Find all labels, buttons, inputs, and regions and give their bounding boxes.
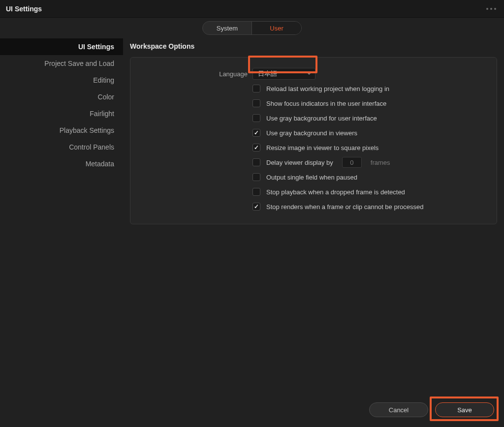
checkbox[interactable] <box>252 203 260 211</box>
chevron-down-icon <box>307 72 311 76</box>
option-row: Output single field when paused <box>142 170 485 184</box>
sidebar-item-color[interactable]: Color <box>0 89 123 105</box>
sidebar-item-fairlight[interactable]: Fairlight <box>0 105 123 122</box>
sidebar: UI SettingsProject Save and LoadEditingC… <box>0 38 123 393</box>
checkbox[interactable] <box>252 114 260 122</box>
option-row: Use gray background for user interface <box>142 111 485 125</box>
language-value: 日本語 <box>258 69 277 78</box>
workspace-options-panel: Language 日本語 Reload last working project… <box>130 57 497 224</box>
sidebar-item-playback-settings[interactable]: Playback Settings <box>0 122 123 139</box>
checkbox[interactable] <box>252 188 260 196</box>
delay-unit: frames <box>371 159 390 166</box>
titlebar: UI Settings <box>0 0 504 18</box>
sidebar-item-metadata[interactable]: Metadata <box>0 155 123 172</box>
option-label: Reload last working project when logging… <box>266 85 389 92</box>
tabbar: System User <box>0 18 504 38</box>
option-row: Use gray background in viewers <box>142 125 485 140</box>
option-row: Stop playback when a dropped frame is de… <box>142 184 485 199</box>
option-row: Resize image in viewer to square pixels <box>142 140 485 155</box>
checkbox[interactable] <box>252 144 260 152</box>
cancel-button[interactable]: Cancel <box>369 402 428 417</box>
option-label: Stop playback when a dropped frame is de… <box>266 188 405 196</box>
footer: Cancel Save <box>0 393 504 427</box>
content: Workspace Options Language 日本語 Reload la… <box>123 38 504 393</box>
option-label: Delay viewer display by <box>266 159 333 166</box>
window-title: UI Settings <box>6 5 42 13</box>
section-title: Workspace Options <box>130 38 504 57</box>
save-button[interactable]: Save <box>435 402 494 417</box>
checkbox[interactable] <box>252 158 260 166</box>
sidebar-item-editing[interactable]: Editing <box>0 72 123 89</box>
sidebar-item-control-panels[interactable]: Control Panels <box>0 139 123 155</box>
tab-user[interactable]: User <box>252 22 301 34</box>
option-label: Use gray background for user interface <box>266 115 377 122</box>
option-label: Resize image in viewer to square pixels <box>266 144 378 152</box>
sidebar-item-project-save-and-load[interactable]: Project Save and Load <box>0 55 123 72</box>
tab-system[interactable]: System <box>203 22 252 34</box>
option-label: Output single field when paused <box>266 174 357 181</box>
checkbox[interactable] <box>252 85 260 92</box>
option-row: Delay viewer display byframes <box>142 155 485 170</box>
option-row: Reload last working project when logging… <box>142 81 485 96</box>
tab-group: System User <box>202 21 302 35</box>
option-label: Use gray background in viewers <box>266 129 357 137</box>
option-label: Show focus indicators in the user interf… <box>266 100 386 107</box>
option-row: Stop renders when a frame or clip cannot… <box>142 199 485 214</box>
delay-input[interactable] <box>342 157 362 168</box>
more-menu-icon[interactable] <box>486 8 498 10</box>
language-label: Language <box>142 70 248 78</box>
checkbox[interactable] <box>252 99 260 107</box>
option-label: Stop renders when a frame or clip cannot… <box>266 203 423 211</box>
checkbox[interactable] <box>252 129 260 137</box>
checkbox[interactable] <box>252 173 260 181</box>
language-dropdown[interactable]: 日本語 <box>252 68 315 80</box>
option-row: Show focus indicators in the user interf… <box>142 96 485 111</box>
sidebar-item-ui-settings[interactable]: UI Settings <box>0 38 123 55</box>
